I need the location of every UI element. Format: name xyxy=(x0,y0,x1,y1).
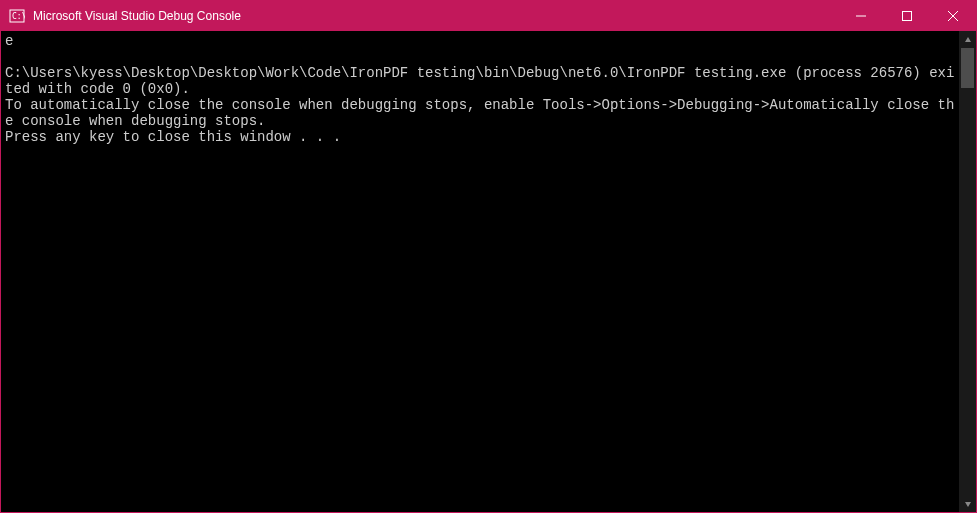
vertical-scrollbar[interactable] xyxy=(959,31,976,512)
app-icon: C:\ xyxy=(9,8,25,24)
console-output[interactable]: e C:\Users\kyess\Desktop\Desktop\Work\Co… xyxy=(1,31,959,512)
svg-marker-6 xyxy=(965,37,971,42)
window-title: Microsoft Visual Studio Debug Console xyxy=(33,9,838,23)
minimize-button[interactable] xyxy=(838,1,884,31)
scroll-track[interactable] xyxy=(959,48,976,495)
scroll-down-arrow[interactable] xyxy=(959,495,976,512)
svg-text:C:\: C:\ xyxy=(12,12,25,21)
close-button[interactable] xyxy=(930,1,976,31)
titlebar[interactable]: C:\ Microsoft Visual Studio Debug Consol… xyxy=(1,1,976,31)
maximize-button[interactable] xyxy=(884,1,930,31)
svg-rect-3 xyxy=(903,12,912,21)
svg-marker-7 xyxy=(965,502,971,507)
window-controls xyxy=(838,1,976,31)
console-body: e C:\Users\kyess\Desktop\Desktop\Work\Co… xyxy=(1,31,976,512)
scroll-up-arrow[interactable] xyxy=(959,31,976,48)
scroll-thumb[interactable] xyxy=(961,48,974,88)
console-window: C:\ Microsoft Visual Studio Debug Consol… xyxy=(0,0,977,513)
